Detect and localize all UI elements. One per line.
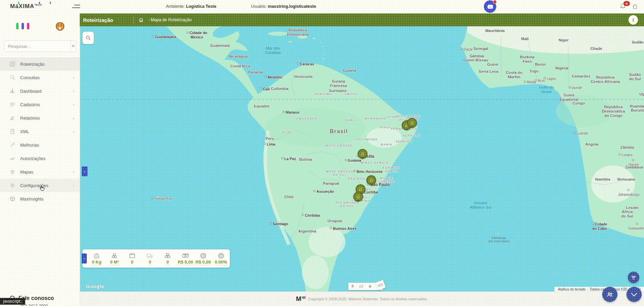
- top-bar: MáXIMATECH Ambiente: Logística Teste Usu…: [0, 0, 644, 13]
- money-icon: [182, 252, 189, 259]
- brand-logo: MáXIMATECH: [10, 3, 42, 10]
- total-weight: Kg0 Kg: [88, 252, 106, 265]
- total-value: 0.00%: [214, 259, 228, 265]
- sidebar-item-label: XML: [20, 129, 29, 134]
- doc-icon: [9, 128, 15, 134]
- svg-text:Kg: Kg: [96, 255, 98, 257]
- sidebar-menu: RoteirizaçãoConsultas›Dashboard›Cadastro…: [0, 57, 80, 206]
- total-value: R$ 0,00: [177, 259, 194, 265]
- total-box: 0: [123, 252, 141, 265]
- sidebar-item-edit[interactable]: Relatórios›: [0, 111, 80, 125]
- sidebar-item-search[interactable]: Consultas›: [0, 71, 80, 84]
- sidebar-item-pin[interactable]: Mapas›: [0, 165, 80, 179]
- house-icon: ⌂: [361, 151, 364, 156]
- sidebar-item-label: Autorizações: [20, 156, 45, 161]
- list-icon: [9, 101, 15, 108]
- user-indicator: Usuário: maxstring.logisticateste: [251, 4, 316, 9]
- svg-text:$: $: [220, 254, 222, 257]
- notifications-button[interactable]: 0: [619, 3, 628, 11]
- sidebar-item-list[interactable]: Cadastros›: [0, 98, 80, 111]
- edit-icon: [9, 115, 15, 121]
- app-root: { "topbar": { "brand": "MáXIMA", "brand_…: [0, 0, 644, 306]
- house-icon: ⌂: [359, 186, 362, 191]
- home-button[interactable]: [632, 3, 639, 9]
- map-search-button[interactable]: [82, 32, 94, 44]
- brand-tick-green: [18, 2, 19, 4]
- footer: M Copyright © 2008-2025. Máxima Sistemas…: [80, 292, 644, 306]
- brand-tick-pink: [50, 2, 51, 4]
- clients-fab[interactable]: [602, 287, 617, 302]
- people-icon: [606, 290, 614, 299]
- total-value: 0 M³: [109, 259, 119, 265]
- search-clear-button[interactable]: ×: [70, 41, 76, 51]
- gear-icon: [9, 182, 15, 188]
- chevron-down-icon: [631, 290, 637, 296]
- chevron-right-icon: ›: [73, 129, 74, 134]
- sidebar-item-map[interactable]: Roteirização: [0, 57, 80, 71]
- cubes-icon: [111, 252, 118, 259]
- route-point-marker[interactable]: ⌂: [353, 192, 363, 202]
- wand-icon: [9, 142, 15, 148]
- chevron-right-icon: ›: [73, 116, 74, 121]
- chart-icon: [9, 88, 15, 94]
- box-icon: [129, 252, 136, 259]
- copyright-text: Copyright © 2008-2025. Máxima Sistemas. …: [308, 297, 428, 301]
- chat-support-button[interactable]: [484, 0, 496, 13]
- boxes-icon: [164, 252, 171, 259]
- sidebar-item-label: Cadastros: [20, 102, 40, 107]
- chevron-right-icon: ›: [73, 89, 74, 94]
- cube-icon: [9, 196, 15, 202]
- routing-map[interactable]: GuadalajaraCidade do MéxicoGuatemalaRepú…: [80, 26, 644, 292]
- sidebar: × RoteirizaçãoConsultas›Dashboard›Cadast…: [0, 13, 80, 306]
- percent-icon: $: [217, 252, 225, 259]
- home-icon: [632, 3, 638, 10]
- loading-bars-indicator: [16, 23, 29, 29]
- sidebar-item-chart[interactable]: Dashboard›: [0, 84, 80, 98]
- sidebar-item-label: Relatórios: [20, 116, 40, 121]
- polygon-tool-icon[interactable]: [357, 283, 366, 290]
- footer-logo: M: [296, 295, 306, 303]
- sidebar-item-label: Consultas: [20, 75, 40, 80]
- breadcrumb-page: - Mapa de Roteirização: [148, 18, 191, 22]
- keyboard-shortcuts-link[interactable]: Atalhos do teclado: [556, 287, 588, 291]
- notification-badge: 0: [623, 1, 630, 6]
- sidebar-item-doc[interactable]: XML›: [0, 125, 80, 138]
- totals-collapse-button[interactable]: ‹: [82, 253, 87, 264]
- sidebar-search-input[interactable]: [4, 44, 70, 49]
- breadcrumb-home-icon[interactable]: [138, 17, 144, 23]
- pin-icon: [9, 169, 15, 175]
- google-logo: Google: [86, 283, 104, 289]
- total-cubes: 0 M³: [106, 252, 123, 265]
- sidebar-item-checks[interactable]: Autorizações: [0, 152, 80, 165]
- module-header-bar: Roteirização - Mapa de Roteirização !: [80, 13, 644, 26]
- sidebar-item-gear[interactable]: Configurações›: [0, 179, 80, 192]
- module-title: Roteirização: [83, 17, 113, 23]
- totals-columns: Kg0 Kg0 M³000R$ 0,00$R$ 0,00$0.00%: [88, 252, 230, 265]
- menu-toggle-icon[interactable]: [71, 4, 80, 9]
- total-value: 0: [148, 259, 152, 265]
- search-icon: [9, 74, 15, 81]
- weight-icon: Kg: [93, 252, 100, 259]
- total-boxes: 0: [159, 252, 177, 265]
- coin-icon: $: [200, 252, 207, 259]
- hand-tool-icon[interactable]: [348, 283, 357, 290]
- sidebar-item-label: Dashboard: [20, 89, 42, 94]
- alert-button[interactable]: !: [629, 15, 638, 25]
- sidebar-item-label: Melhorias: [20, 143, 39, 148]
- house-icon: ⌂: [410, 120, 414, 125]
- route-point-marker[interactable]: ⌂: [358, 149, 367, 159]
- sidebar-item-cube[interactable]: MaxInsights: [0, 192, 80, 206]
- panel-expand-button[interactable]: ›: [82, 166, 87, 176]
- route-point-marker[interactable]: ⌂: [366, 175, 376, 185]
- sidebar-item-wand[interactable]: Melhorias: [0, 138, 80, 152]
- route-point-marker[interactable]: ⌂: [407, 118, 417, 128]
- total-value: 0: [166, 259, 170, 265]
- chevron-right-icon: ›: [73, 183, 74, 188]
- circle-tool-icon[interactable]: [366, 283, 374, 290]
- collapse-fab[interactable]: [627, 287, 642, 302]
- search-icon: [85, 35, 91, 41]
- filter-fab[interactable]: [628, 272, 639, 283]
- route-totals-panel: ‹ Kg0 Kg0 M³000R$ 0,00$R$ 0,00$0.00%: [82, 249, 230, 268]
- total-money: R$ 0,00: [177, 252, 194, 265]
- status-url-tooltip: javascript:;: [0, 298, 25, 305]
